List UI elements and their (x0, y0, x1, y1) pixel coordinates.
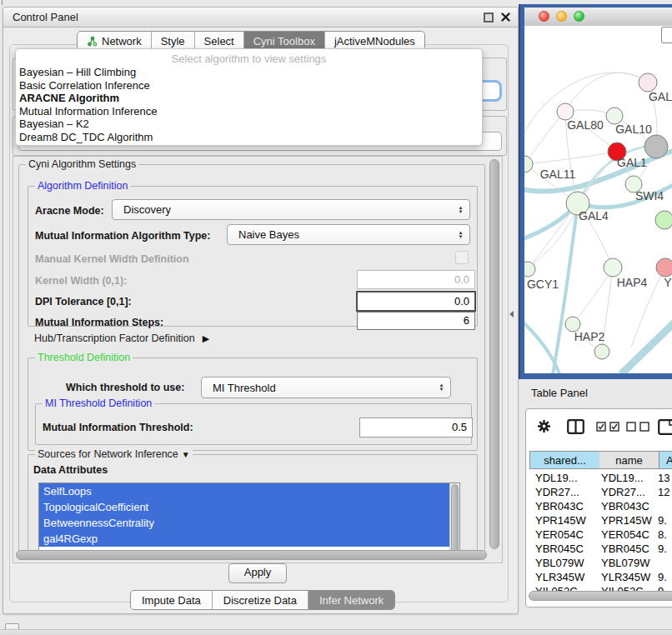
column-header-name[interactable]: name (599, 451, 659, 469)
mi-type-combobox[interactable]: Naive Bayes ▲▼ (227, 224, 470, 245)
network-node[interactable] (656, 258, 672, 277)
column-header-partial[interactable]: A (659, 451, 672, 469)
network-node[interactable] (639, 73, 657, 92)
algorithm-option-3[interactable]: Mutual Information Inference (16, 105, 482, 118)
mi-threshold-value: 0.5 (452, 421, 467, 433)
combo-stepper-icon: ▲▼ (455, 231, 466, 238)
tab-select[interactable]: Select (194, 32, 243, 50)
tab-jactivemnodules[interactable]: jActiveMNodules (324, 32, 424, 50)
list-scrollbar[interactable] (449, 483, 459, 555)
list-item[interactable]: BetweennessCentrality (39, 515, 449, 531)
table-row[interactable]: YER054CYER054C8. (529, 528, 672, 542)
cell: YDL19... (535, 471, 578, 485)
cyni-algorithm-settings-group: Cyni Algorithm Settings Algorithm Defini… (18, 164, 485, 556)
kernel-width-field[interactable]: 0.0 (357, 270, 475, 289)
cell: YBR045C (535, 542, 584, 556)
table-panel-title: Table Panel (531, 387, 588, 399)
sources-group: Sources for Network Inference▼ Data Attr… (28, 454, 478, 556)
list-item[interactable]: SelfLoops (39, 483, 449, 499)
cell: YER054C (601, 528, 649, 542)
tab-discretize-data[interactable]: Discretize Data (212, 591, 308, 609)
combo-stepper-icon: ▲▼ (455, 206, 466, 213)
algorithm-definition-title: Algorithm Definition (35, 180, 130, 192)
network-node-label: HAP2 (574, 330, 605, 343)
combo-stepper-icon: ▲▼ (436, 383, 447, 391)
list-item[interactable]: gal4RGexp (39, 531, 449, 547)
tab-style-label: Style (161, 35, 185, 48)
algorithm-option-2-selected[interactable]: ARACNE Algorithm (16, 92, 482, 105)
mi-threshold-field[interactable]: 0.5 (359, 418, 473, 438)
mi-steps-label: Mutual Information Steps: (35, 317, 163, 328)
table-row[interactable]: YBL079WYBL079W (529, 556, 672, 570)
document-icon[interactable] (658, 419, 672, 435)
algorithm-option-1[interactable]: Basic Correlation Inference (16, 79, 482, 92)
network-node[interactable] (594, 344, 609, 359)
tab-cyni-toolbox[interactable]: Cyni Toolbox (243, 32, 324, 50)
algorithm-option-4[interactable]: Bayesian – K2 (16, 118, 482, 131)
table-horizontal-scrollbar[interactable] (529, 591, 672, 601)
tab-impute-data[interactable]: Impute Data (131, 591, 212, 609)
table-row[interactable]: YDR27...YDR27...12 (529, 485, 672, 499)
cell: YDR27... (535, 485, 579, 499)
cell: 12 (658, 485, 669, 499)
tab-infer-network[interactable]: Infer Network (308, 591, 394, 609)
dpi-tolerance-field[interactable]: 0.0 (356, 291, 476, 312)
table-row[interactable]: YPR145WYPR145W9. (529, 513, 672, 528)
apply-button[interactable]: Apply (228, 563, 287, 583)
list-item[interactable]: TopologicalCoefficient (39, 499, 449, 515)
network-node[interactable] (655, 211, 672, 229)
panel-resize-arrow[interactable] (509, 311, 514, 318)
network-node-label: Y (664, 276, 672, 289)
cell: YBL079W (601, 556, 650, 570)
table-row[interactable]: YBR045CYBR045C9. (529, 542, 672, 556)
manual-kernel-checkbox[interactable] (455, 251, 469, 264)
table-body: YDL19...YDL19...13 YDR27...YDR27...12 YB… (529, 471, 672, 598)
float-window-icon[interactable] (484, 12, 494, 22)
bottom-tabs: Impute Data Discretize Data Infer Networ… (130, 590, 395, 610)
aracne-mode-combobox[interactable]: Discovery ▲▼ (112, 199, 470, 220)
mi-threshold-label: Mutual Information Threshold: (43, 422, 193, 433)
hub-definition-toggle[interactable]: Hub/Transcription Factor Definition▶ (34, 332, 209, 344)
gear-icon[interactable] (537, 419, 551, 433)
control-panel-window: Control Panel (3, 7, 519, 614)
which-threshold-combobox[interactable]: MI Threshold ▲▼ (201, 377, 451, 398)
network-node[interactable] (644, 135, 668, 158)
network-edge (524, 318, 559, 373)
tab-network[interactable]: Network (78, 32, 151, 50)
network-node[interactable] (604, 258, 622, 277)
network-node[interactable] (557, 103, 574, 120)
mi-steps-field[interactable]: 6 (357, 312, 475, 330)
algorithm-option-0[interactable]: Bayesian – Hill Climbing (16, 66, 482, 79)
settings-vertical-scrollbar[interactable] (489, 159, 499, 549)
expanded-arrow-icon[interactable]: ▼ (182, 450, 190, 459)
network-node[interactable] (606, 108, 623, 124)
network-icon (87, 36, 98, 47)
network-node-label: GAL80 (567, 118, 604, 132)
which-threshold-value: MI Threshold (202, 382, 436, 394)
sources-title-text: Sources for Network Inference (38, 448, 178, 460)
network-canvas[interactable]: GALGAL80GAL10GAL1GAL11SWI4GAL4GCY1HAP4YH… (524, 26, 672, 373)
select-all-checkboxes-icon[interactable] (596, 422, 620, 432)
split-columns-icon[interactable] (567, 419, 584, 434)
table-row[interactable]: YDL19...YDL19...13 (529, 471, 672, 485)
network-node[interactable] (524, 156, 533, 172)
column-header-shared[interactable]: shared... (529, 451, 600, 469)
zoom-window-icon[interactable] (574, 11, 584, 22)
threshold-definition-group: Threshold Definition Which threshold to … (28, 358, 478, 451)
cell: YPR145W (535, 513, 586, 528)
unselect-all-checkboxes-icon[interactable] (626, 422, 650, 432)
table-row[interactable]: YBR043CYBR043C (529, 499, 672, 513)
manual-kernel-label: Manual Kernel Width Definition (35, 253, 189, 265)
minimize-window-icon[interactable] (556, 11, 567, 22)
network-edge (565, 72, 648, 112)
table-row[interactable]: YLR345WYLR345W9. (529, 570, 672, 584)
close-panel-icon[interactable] (501, 12, 510, 22)
network-node[interactable] (524, 262, 535, 277)
algorithm-option-5[interactable]: Dream8 DC_TDC Algorithm (16, 131, 482, 144)
tab-style[interactable]: Style (151, 32, 194, 50)
settings-horizontal-scrollbar[interactable] (16, 550, 487, 560)
cell: YBR043C (601, 499, 649, 513)
cell: 9. (658, 570, 667, 584)
collapsed-arrow-icon[interactable]: ▶ (203, 333, 209, 343)
close-window-icon[interactable] (539, 11, 549, 22)
